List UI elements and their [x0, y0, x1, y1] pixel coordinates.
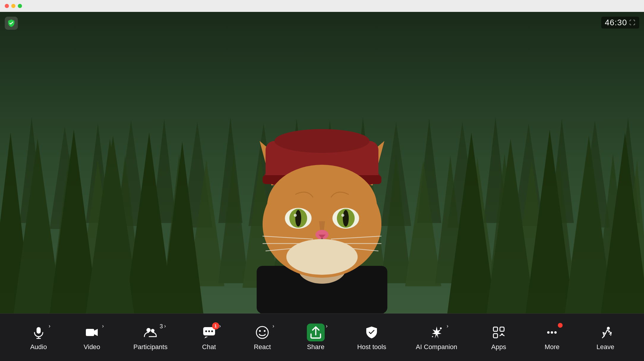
react-label: React — [254, 343, 271, 351]
svg-point-91 — [205, 330, 207, 332]
participants-icon — [143, 325, 157, 340]
leave-icon — [598, 325, 613, 340]
minimize-button[interactable] — [11, 4, 15, 8]
audio-button[interactable]: › Audio — [21, 321, 56, 354]
host-tools-icon-container — [363, 324, 380, 341]
audio-label: Audio — [30, 343, 47, 351]
svg-point-94 — [256, 327, 268, 338]
svg-point-97 — [440, 327, 442, 329]
react-icon-container: › — [254, 324, 271, 341]
react-icon — [255, 325, 269, 340]
svg-point-92 — [208, 330, 210, 332]
more-dots-icon — [545, 325, 559, 340]
expand-icon[interactable]: ⛶ — [629, 19, 636, 26]
chat-label: Chat — [202, 343, 216, 351]
video-participant — [218, 99, 426, 313]
more-icon-container — [544, 324, 560, 341]
meeting-timer: 46:30 ⛶ — [601, 17, 639, 29]
shield-icon — [364, 325, 379, 340]
chat-button[interactable]: 1 › Chat — [191, 321, 227, 354]
apps-grid-icon — [492, 325, 506, 340]
video-button[interactable]: › Video — [74, 321, 110, 354]
react-button[interactable]: › React — [244, 321, 280, 354]
share-button[interactable]: › Share — [298, 321, 334, 354]
chat-badge: 1 — [212, 322, 219, 329]
video-label: Video — [83, 343, 100, 351]
camera-icon — [85, 325, 99, 340]
react-caret[interactable]: › — [272, 323, 274, 329]
video-caret[interactable]: › — [102, 323, 104, 329]
more-button[interactable]: More — [534, 321, 570, 354]
svg-point-106 — [607, 327, 610, 330]
host-tools-label: Host tools — [357, 343, 386, 351]
participants-caret[interactable]: › — [164, 323, 166, 329]
svg-point-75 — [343, 210, 349, 227]
video-area: 46:30 ⛶ — [0, 12, 644, 313]
svg-point-88 — [146, 328, 151, 332]
security-badge[interactable] — [5, 17, 18, 30]
svg-rect-99 — [493, 327, 498, 331]
more-notification-dot — [558, 323, 563, 328]
toolbar: › Audio › Video 3 › Participants — [0, 313, 644, 361]
participants-label: Participants — [133, 343, 168, 351]
ai-companion-button[interactable]: › AI Companion — [410, 321, 463, 354]
svg-point-95 — [259, 330, 261, 332]
participants-button[interactable]: 3 › Participants — [127, 321, 173, 354]
audio-icon-container: › — [30, 324, 47, 341]
svg-rect-101 — [493, 334, 498, 338]
more-label: More — [544, 343, 559, 351]
mic-icon — [31, 325, 46, 340]
chat-icon-container: 1 › — [201, 324, 217, 341]
share-caret[interactable]: › — [326, 323, 328, 329]
svg-point-85 — [286, 239, 358, 275]
svg-point-102 — [501, 333, 503, 335]
leave-label: Leave — [596, 343, 614, 351]
close-button[interactable] — [5, 4, 9, 8]
leave-icon-container — [597, 324, 614, 341]
chat-caret[interactable]: › — [219, 323, 221, 329]
audio-caret[interactable]: › — [49, 323, 50, 329]
svg-rect-100 — [500, 327, 504, 331]
ai-companion-icon-container: › — [428, 324, 445, 341]
leave-button[interactable]: Leave — [588, 321, 623, 354]
svg-point-93 — [211, 330, 213, 332]
svg-point-96 — [264, 330, 266, 332]
host-tools-button[interactable]: Host tools — [351, 321, 392, 354]
maximize-button[interactable] — [18, 4, 22, 8]
apps-label: Apps — [491, 343, 506, 351]
share-label: Share — [307, 343, 324, 351]
svg-point-89 — [151, 329, 154, 332]
svg-point-98 — [432, 336, 433, 337]
participants-count: 3 — [160, 323, 163, 330]
share-arrow-icon — [309, 325, 323, 340]
svg-point-105 — [554, 331, 557, 334]
ai-sparkle-icon — [430, 325, 444, 340]
ai-companion-caret[interactable]: › — [447, 323, 449, 329]
svg-rect-87 — [86, 329, 94, 336]
svg-point-72 — [294, 214, 297, 217]
participants-icon-container: 3 › — [142, 324, 159, 341]
svg-point-76 — [341, 214, 344, 217]
timer-value: 46:30 — [605, 18, 627, 27]
share-icon-container: › — [307, 324, 324, 341]
video-icon-container: › — [83, 324, 100, 341]
apps-button[interactable]: Apps — [481, 321, 517, 354]
svg-rect-86 — [37, 327, 41, 334]
svg-point-104 — [551, 331, 553, 334]
svg-point-71 — [295, 210, 301, 227]
ai-companion-label: AI Companion — [416, 343, 457, 351]
title-bar — [0, 0, 644, 12]
share-icon-bg — [307, 324, 325, 341]
svg-point-66 — [274, 129, 370, 153]
svg-point-103 — [547, 331, 550, 334]
apps-icon-container — [490, 324, 507, 341]
window-controls — [5, 4, 22, 8]
